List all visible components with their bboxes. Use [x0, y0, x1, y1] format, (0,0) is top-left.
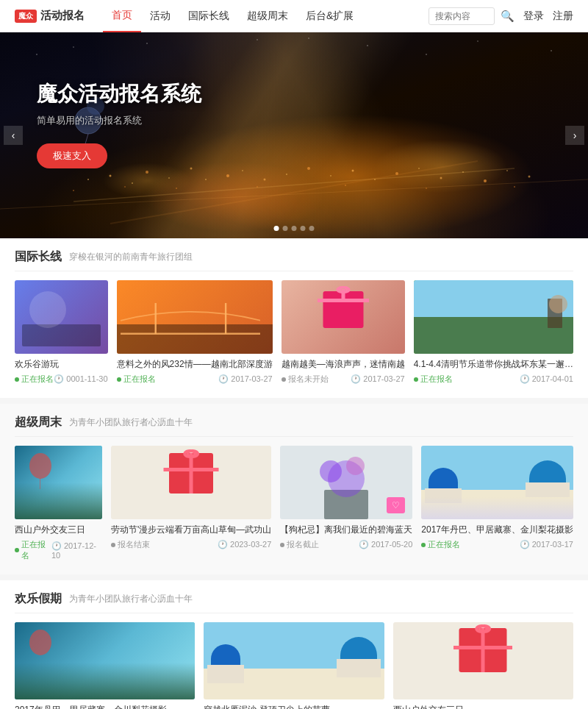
hero-dot-4[interactable] [301, 226, 306, 231]
hero-dot-5[interactable] [309, 226, 315, 231]
card-intl-4[interactable]: 4.1-4.4清明节乐道带你挑战坏东某一邂… 正在报名 🕐 2017-04-01 [414, 280, 573, 385]
holiday-cards: 2017年丹巴、甲居藏寨、金川梨花摄影 正在报名 🕐 2018-12-05 穿越… [15, 622, 573, 709]
card-wknd-title-1: 西山户外交友三日 [15, 524, 102, 536]
card-title-1: 欢乐谷游玩 [15, 358, 108, 371]
svg-point-28 [514, 186, 515, 188]
section-header-international: 国际长线 穿梭在银河的前南青年旅行团组 [15, 249, 573, 271]
card-image-2 [117, 280, 273, 354]
logo: 魔众 活动报名 [15, 9, 85, 23]
card-wknd-2[interactable]: 劳动节'漫步云端看万亩高山草甸—武功山 报名结束 🕐 2023-03-27 [111, 446, 271, 561]
svg-point-26 [345, 185, 346, 186]
card-title-2: 意料之外的风232情——越南北部深度游 [117, 358, 273, 371]
svg-point-36 [73, 46, 74, 48]
card-wknd-title-4: 2017年丹巴、甲居藏寨、金川梨花摄影 [421, 524, 573, 536]
svg-point-6 [205, 179, 207, 180]
svg-point-4 [168, 177, 170, 179]
svg-line-31 [110, 161, 478, 224]
svg-point-38 [257, 39, 258, 40]
card-hol-title-1: 2017年丹巴、甲居藏寨、金川梨花摄影 [15, 704, 195, 709]
svg-point-16 [418, 168, 420, 169]
section-title-international: 国际长线 [15, 249, 62, 265]
section-header-holiday: 欢乐假期 为青年小团队旅行者心沥血十年 [15, 591, 573, 613]
section-header-weekend: 超级周末 为青年小团队旅行者心沥血十年 [15, 415, 573, 437]
card-intl-1[interactable]: 欢乐谷游玩 正在报名 🕐 0001-11-30 [15, 280, 108, 385]
card-intl-3[interactable]: 越南越美—海浪声声，迷情南越 报名未开始 🕐 2017-03-27 [282, 280, 405, 385]
card-wknd-1[interactable]: 西山户外交友三日 正在报名 🕐 2017-12-10 [15, 446, 102, 561]
logo-icon: 魔众 [15, 10, 37, 23]
card-date-1: 🕐 0001-11-30 [54, 374, 107, 384]
svg-point-39 [367, 45, 368, 46]
hero-banner: 魔众活动报名系统 简单易用的活动报名系统 极速支入 ‹ › [0, 32, 588, 238]
section-subtitle-international: 穿梭在银河的前南青年旅行团组 [69, 251, 193, 263]
svg-point-9 [264, 179, 266, 181]
card-hol-1[interactable]: 2017年丹巴、甲居藏寨、金川梨花摄影 正在报名 🕐 2018-12-05 [15, 622, 195, 709]
card-date-2: 🕐 2017-03-27 [218, 374, 272, 384]
hero-dot-1[interactable] [274, 226, 279, 231]
card-wknd-title-2: 劳动节'漫步云端看万亩高山草甸—武功山 [111, 524, 271, 536]
register-button[interactable]: 注册 [553, 10, 573, 23]
card-status-2: 正在报名 [117, 374, 156, 385]
svg-point-1 [110, 175, 112, 177]
holiday-section: 欢乐假期 为青年小团队旅行者心沥血十年 2017年丹巴、甲居藏寨、金川梨花摄影 … [0, 580, 588, 709]
hero-prev-button[interactable]: ‹ [4, 126, 23, 145]
svg-point-42 [308, 38, 309, 39]
svg-point-11 [307, 167, 310, 170]
svg-line-29 [74, 168, 514, 202]
auth-buttons: 登录 注册 [523, 10, 573, 23]
nav-weekend[interactable]: 超级周末 [238, 0, 297, 32]
hero-title: 魔众活动报名系统 [37, 80, 201, 108]
hero-subtitle: 简单易用的活动报名系统 [37, 114, 201, 127]
card-status-4: 正在报名 [414, 374, 453, 385]
search-area: 🔍 [429, 7, 514, 25]
svg-point-23 [124, 186, 126, 188]
svg-point-20 [506, 170, 508, 171]
hero-dots [274, 226, 315, 231]
svg-point-8 [242, 170, 243, 171]
nav-home[interactable]: 首页 [103, 0, 141, 32]
card-hol-title-2: 穿越北雁泥沙 登顶刀尖上的苗曹 [204, 704, 384, 709]
svg-point-2 [132, 182, 133, 184]
hero-dot-3[interactable] [292, 226, 297, 231]
card-title-3: 越南越美—海浪声声，迷情南越 [282, 358, 405, 371]
login-button[interactable]: 登录 [523, 10, 544, 23]
card-status-1: 正在报名 [15, 374, 54, 385]
nav-activity[interactable]: 活动 [141, 0, 179, 32]
svg-point-43 [426, 54, 427, 55]
main-nav: 首页 活动 国际长线 超级周末 后台&扩展 [103, 0, 429, 32]
card-wknd-3[interactable]: ♡ 【狗杞忌】离我们最近的碧海蓝天 报名截止 🕐 2017-05-20 [280, 446, 412, 561]
card-intl-2[interactable]: 意料之外的风232情——越南北部深度游 正在报名 🕐 2017-03-27 [117, 280, 273, 385]
svg-point-10 [286, 174, 287, 175]
nav-international[interactable]: 国际长线 [179, 0, 238, 32]
section-title-holiday: 欢乐假期 [15, 591, 62, 607]
hero-dot-2[interactable] [283, 226, 288, 231]
hero-cta-button[interactable]: 极速支入 [37, 143, 107, 168]
svg-point-37 [146, 43, 148, 44]
search-button[interactable]: 🔍 [501, 10, 514, 23]
card-status-3: 报名未开始 [282, 374, 329, 385]
svg-point-24 [176, 188, 177, 189]
svg-point-21 [528, 176, 531, 178]
international-section: 国际长线 穿梭在银河的前南青年旅行团组 欢乐谷游玩 正在报名 🕐 0001-11… [0, 238, 588, 398]
card-image-3 [282, 280, 405, 354]
card-wknd-4[interactable]: 2017年丹巴、甲居藏寨、金川梨花摄影 正在报名 🕐 2017-03-17 [421, 446, 573, 561]
card-date-3: 🕐 2017-03-27 [351, 374, 404, 384]
svg-point-35 [36, 54, 37, 55]
card-wknd-title-3: 【狗杞忌】离我们最近的碧海蓝天 [280, 524, 412, 536]
svg-point-13 [352, 170, 354, 172]
hero-next-button[interactable]: › [565, 126, 584, 145]
card-hol-3[interactable]: 西山户外交友三日 正在报名 🕐 2017-03-25 [393, 622, 573, 709]
section-title-weekend: 超级周末 [15, 415, 62, 430]
card-hol-2[interactable]: 穿越北雁泥沙 登顶刀尖上的苗曹 正在报名 🕐 2017-03-18 [204, 622, 384, 709]
svg-point-19 [484, 179, 487, 182]
svg-point-3 [146, 171, 148, 174]
logo-text: 活动报名 [40, 9, 85, 23]
nav-backend[interactable]: 后台&扩展 [297, 0, 362, 32]
svg-point-40 [477, 40, 478, 42]
section-subtitle-holiday: 为青年小团队旅行者心沥血十年 [69, 593, 193, 605]
card-image-4 [414, 280, 573, 354]
svg-point-0 [87, 179, 89, 180]
section-subtitle-weekend: 为青年小团队旅行者心沥血十年 [69, 416, 193, 429]
search-input[interactable] [429, 7, 495, 25]
header: 魔众 活动报名 首页 活动 国际长线 超级周末 后台&扩展 🔍 登录 注册 [0, 0, 588, 32]
svg-point-22 [73, 190, 74, 191]
